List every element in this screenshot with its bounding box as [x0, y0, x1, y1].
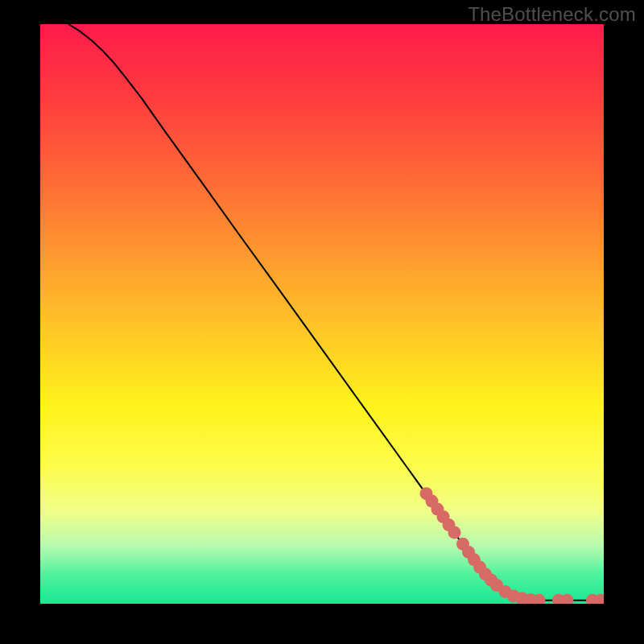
plot-area	[40, 24, 604, 604]
chart-svg	[40, 24, 604, 604]
data-marker	[448, 526, 461, 539]
marker-group	[420, 487, 605, 604]
chart-frame: TheBottleneck.com	[0, 0, 644, 644]
bottleneck-curve	[68, 24, 604, 601]
watermark-text: TheBottleneck.com	[468, 3, 636, 26]
